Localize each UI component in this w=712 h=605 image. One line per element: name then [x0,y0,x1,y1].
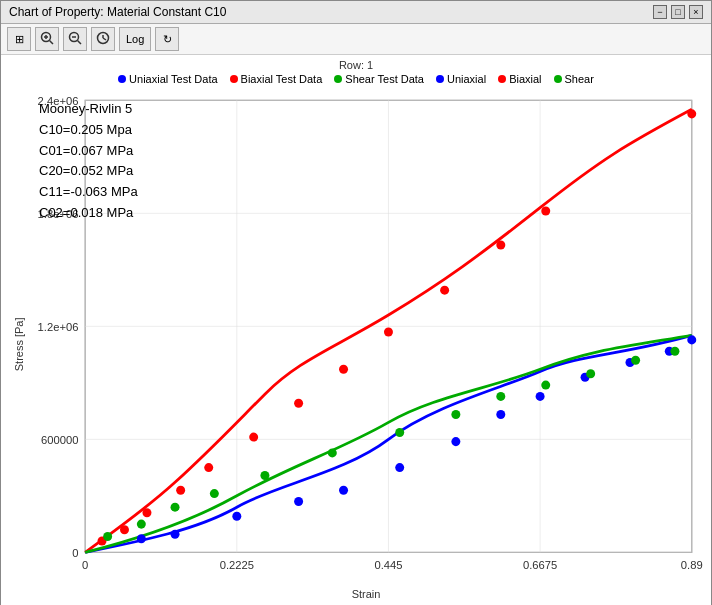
svg-point-54 [496,240,505,249]
legend-uniaxial-test: Uniaxial Test Data [118,73,217,85]
zoom-in-icon [40,31,54,47]
legend-shear-test-dot [334,75,342,83]
legend-shear-line-label: Shear [565,73,594,85]
svg-text:0: 0 [72,547,78,559]
c10-value: C10=0.205 Mpa [39,120,138,141]
svg-point-64 [451,410,460,419]
svg-point-33 [232,512,241,521]
chart-container: Stress [Pa] [9,89,703,600]
legend: Uniaxial Test Data Biaxial Test Data She… [9,73,703,85]
plot-area: 0 600000 1.2e+06 1.8e+06 2.4e+06 0 0.222… [29,89,703,586]
svg-text:600000: 600000 [41,434,78,446]
svg-point-59 [171,503,180,512]
legend-uniaxial-line: Uniaxial [436,73,486,85]
svg-point-32 [171,530,180,539]
legend-biaxial-line-dot [498,75,506,83]
svg-text:0.6675: 0.6675 [523,559,557,571]
legend-biaxial-test-dot [230,75,238,83]
legend-shear-test: Shear Test Data [334,73,424,85]
model-name: Mooney-Rivlin 5 [39,99,138,120]
svg-point-48 [204,463,213,472]
svg-text:0: 0 [82,559,88,571]
log-button[interactable]: Log [119,27,151,51]
svg-point-62 [328,448,337,457]
svg-point-47 [176,486,185,495]
svg-text:0.445: 0.445 [374,559,402,571]
svg-point-51 [339,365,348,374]
svg-text:0.2225: 0.2225 [220,559,254,571]
chart-inner: 0 600000 1.2e+06 1.8e+06 2.4e+06 0 0.222… [29,89,703,600]
legend-shear-line: Shear [554,73,594,85]
svg-point-65 [496,392,505,401]
legend-shear-line-dot [554,75,562,83]
legend-biaxial-line: Biaxial [498,73,541,85]
legend-uniaxial-line-label: Uniaxial [447,73,486,85]
svg-line-5 [78,41,82,45]
home-button[interactable]: ⊞ [7,27,31,51]
legend-biaxial-test: Biaxial Test Data [230,73,323,85]
svg-point-46 [142,508,151,517]
zoom-in-button[interactable] [35,27,59,51]
svg-point-55 [541,207,550,216]
c20-value: C20=0.052 MPa [39,161,138,182]
close-button[interactable]: × [689,5,703,19]
legend-biaxial-line-label: Biaxial [509,73,541,85]
home-icon: ⊞ [15,33,24,46]
svg-point-37 [451,437,460,446]
svg-text:0.89: 0.89 [681,559,703,571]
svg-point-52 [384,327,393,336]
svg-point-31 [137,534,146,543]
toolbar: ⊞ [1,24,711,55]
svg-line-9 [103,38,106,40]
svg-point-45 [120,525,129,534]
restore-button[interactable]: □ [671,5,685,19]
svg-point-34 [294,497,303,506]
legend-uniaxial-test-label: Uniaxial Test Data [129,73,217,85]
legend-biaxial-test-label: Biaxial Test Data [241,73,323,85]
svg-point-60 [210,489,219,498]
svg-text:1.2e+06: 1.2e+06 [38,321,79,333]
row-label: Row: 1 [9,59,703,71]
c01-value: C01=0.067 MPa [39,141,138,162]
svg-point-53 [440,286,449,295]
minimize-button[interactable]: − [653,5,667,19]
svg-point-35 [339,486,348,495]
svg-point-68 [631,356,640,365]
title-bar: Chart of Property: Material Constant C10… [1,1,711,24]
svg-point-58 [137,520,146,529]
c02-value: C02=0.018 MPa [39,203,138,224]
refresh-button[interactable]: ↻ [155,27,179,51]
svg-point-69 [670,347,679,356]
legend-shear-test-label: Shear Test Data [345,73,424,85]
main-window: Chart of Property: Material Constant C10… [0,0,712,605]
zoom-out-icon [68,31,82,47]
svg-point-56 [687,109,696,118]
svg-point-66 [541,381,550,390]
y-axis-label: Stress [Pa] [9,89,29,600]
svg-point-61 [260,471,269,480]
clock-button[interactable] [91,27,115,51]
zoom-out-button[interactable] [63,27,87,51]
refresh-icon: ↻ [163,33,172,46]
svg-point-63 [395,428,404,437]
legend-uniaxial-line-dot [436,75,444,83]
svg-point-38 [496,410,505,419]
annotation-box: Mooney-Rivlin 5 C10=0.205 Mpa C01=0.067 … [39,99,138,224]
svg-point-39 [536,392,545,401]
svg-point-67 [586,369,595,378]
svg-point-50 [294,399,303,408]
svg-point-49 [249,433,258,442]
clock-icon [96,31,110,47]
x-axis-label: Strain [29,588,703,600]
window-title: Chart of Property: Material Constant C10 [9,5,226,19]
svg-point-57 [103,532,112,541]
svg-line-1 [50,41,54,45]
window-controls: − □ × [653,5,703,19]
chart-area: Row: 1 Uniaxial Test Data Biaxial Test D… [1,55,711,605]
legend-uniaxial-test-dot [118,75,126,83]
svg-point-43 [687,335,696,344]
c11-value: C11=-0.063 MPa [39,182,138,203]
svg-point-36 [395,463,404,472]
